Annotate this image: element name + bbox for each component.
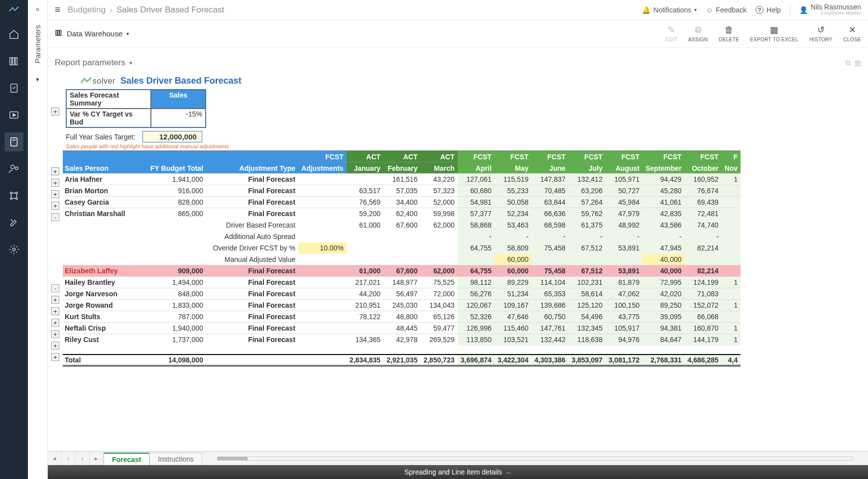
svg-rect-2 xyxy=(15,58,17,65)
nav-users[interactable] xyxy=(4,159,23,178)
tab-nav-first[interactable]: ◂ xyxy=(48,452,62,465)
tab-forecast[interactable]: Forecast xyxy=(104,453,149,465)
target-input[interactable]: 12,000,000 xyxy=(142,131,202,142)
row-toggle[interactable]: + xyxy=(51,202,59,210)
report-params-dropdown[interactable]: Report parameters ▾ ⧉ ▥ xyxy=(48,48,868,73)
breadcrumb: Budgeting › Sales Driver Based Forecast xyxy=(68,5,225,15)
tab-instructions[interactable]: Instructions xyxy=(149,453,202,465)
nav-settings[interactable] xyxy=(4,240,23,259)
row-toggle[interactable]: - xyxy=(51,213,59,221)
chevron-up-icon: ︿ xyxy=(506,469,511,476)
topbar: ≡ Budgeting › Sales Driver Based Forecas… xyxy=(48,0,868,20)
nav-tasks[interactable] xyxy=(4,79,23,98)
svg-rect-18 xyxy=(56,30,57,36)
expand-section[interactable]: + xyxy=(51,108,59,116)
crumb-sep-icon: › xyxy=(110,5,113,15)
close-action[interactable]: ✕CLOSE xyxy=(844,25,861,42)
notifications-menu[interactable]: 🔔 Notifications ▾ xyxy=(642,6,697,14)
svg-rect-0 xyxy=(10,58,12,65)
tab-nav-last[interactable]: ▸ xyxy=(90,452,104,465)
nav-calculator[interactable] xyxy=(4,132,23,151)
edit-action: ✎EDIT xyxy=(665,25,677,42)
svg-point-14 xyxy=(16,192,18,194)
divider xyxy=(790,4,790,15)
tab-nav-next[interactable]: › xyxy=(76,452,90,465)
horizontal-scrollbar[interactable] xyxy=(202,452,868,465)
row-toggle[interactable]: + xyxy=(51,342,59,350)
report-title: Sales Driver Based Forecast xyxy=(121,76,242,86)
crumb-current: Sales Driver Based Forecast xyxy=(117,5,224,15)
svg-point-15 xyxy=(10,198,12,200)
table-row[interactable]: Riley Cust1,737,000Final Forecast134,365… xyxy=(63,334,741,346)
chevron-down-icon: ▾ xyxy=(129,60,132,66)
tab-nav-prev[interactable]: ‹ xyxy=(62,452,76,465)
table-row[interactable]: Neftali Crisp1,940,000Final Forecast48,4… xyxy=(63,323,741,334)
crumb-root[interactable]: Budgeting xyxy=(68,5,106,15)
svg-marker-5 xyxy=(13,114,16,117)
table-row[interactable]: Jorge Rowand1,833,000Final Forecast210,9… xyxy=(63,300,741,311)
table-row[interactable]: Christian Marshall865,000Final Forecast5… xyxy=(63,208,741,220)
report-area: + ++++--++++++ solver Sales Driver Based… xyxy=(48,73,868,451)
table-row[interactable]: Jorge Narveson848,000Final Forecast44,20… xyxy=(63,288,741,300)
filter-icon[interactable]: ▾ xyxy=(36,76,39,83)
svg-rect-19 xyxy=(58,30,59,36)
row-toggle[interactable]: + xyxy=(51,330,59,338)
svg-point-16 xyxy=(16,198,18,200)
footer-expander[interactable]: Spreading and Line item details ︿ xyxy=(48,465,868,479)
assign-action[interactable]: ♲ASSIGN xyxy=(688,25,708,42)
sheet-tabs: ◂ ‹ › ▸ Forecast Instructions xyxy=(48,451,868,465)
row-toggle[interactable]: + xyxy=(51,167,59,175)
nav-flow[interactable] xyxy=(4,186,23,205)
expand-params-icon[interactable]: » xyxy=(36,5,40,13)
nav-tools[interactable] xyxy=(4,213,23,232)
help-icon: ? xyxy=(755,6,763,14)
history-icon: ↺ xyxy=(817,25,825,35)
nav-play[interactable] xyxy=(4,106,23,124)
nav-library[interactable] xyxy=(4,52,23,71)
close-icon: ✕ xyxy=(849,25,856,35)
row-toggle[interactable]: + xyxy=(51,190,59,198)
table-row[interactable]: Brian Morton916,000Final Forecast63,5175… xyxy=(63,185,741,197)
bell-icon: 🔔 xyxy=(642,6,650,14)
row-toggle[interactable]: + xyxy=(51,179,59,187)
table-row[interactable]: Aria Hafner1,941,000Final Forecast161,51… xyxy=(63,174,741,185)
forecast-grid[interactable]: Sales Person FY Budget Total Adjustment … xyxy=(63,150,741,366)
solver-logo: solver xyxy=(81,77,116,86)
svg-rect-20 xyxy=(60,30,61,36)
table-row[interactable]: Casey Garcia828,000Final Forecast76,5693… xyxy=(63,197,741,208)
delete-action[interactable]: 🗑DELETE xyxy=(719,25,740,42)
history-action[interactable]: ↺HISTORY xyxy=(809,25,832,42)
row-toggle[interactable]: - xyxy=(51,284,59,292)
table-row[interactable]: Kurt Stults787,000Final Forecast78,12248… xyxy=(63,311,741,323)
table-row[interactable]: Elizabeth Laffey909,000Final Forecast61,… xyxy=(63,265,741,277)
main: ≡ Budgeting › Sales Driver Based Forecas… xyxy=(48,0,868,479)
export-excel-action[interactable]: ▦EXPORT TO EXCEL xyxy=(750,25,798,42)
app-logo xyxy=(6,4,22,15)
row-toggle-gutter: + ++++--++++++ xyxy=(48,73,63,451)
action-bar: Data Warehouse ▾ ✎EDIT ♲ASSIGN 🗑DELETE ▦… xyxy=(48,20,868,48)
datasource-dropdown[interactable]: Data Warehouse ▾ xyxy=(55,29,129,38)
pencil-icon: ✎ xyxy=(667,25,675,35)
row-toggle[interactable]: + xyxy=(51,353,59,361)
table-row[interactable]: Additional Auto Spread------- xyxy=(63,231,741,242)
table-row[interactable]: Hailey Brantley1,494,000Final Forecast21… xyxy=(63,277,741,288)
hamburger-icon[interactable]: ≡ xyxy=(55,4,61,15)
user-menu[interactable]: 👤 Nils Rasmussen CorpDemo Master xyxy=(799,3,861,16)
chevron-down-icon: ▾ xyxy=(126,31,129,36)
row-toggle[interactable]: + xyxy=(51,296,59,304)
svg-point-12 xyxy=(15,167,18,170)
help-link[interactable]: ? Help xyxy=(755,6,781,14)
svg-point-13 xyxy=(10,192,12,194)
table-row[interactable]: Manual Adjusted Value60,00040,000 xyxy=(63,254,741,265)
table-row[interactable]: Overide Driver FCST by %10.00%64,75558,8… xyxy=(63,242,741,254)
row-toggle[interactable]: + xyxy=(51,307,59,315)
grid-icon[interactable]: ▥ xyxy=(855,59,861,67)
row-toggle[interactable]: + xyxy=(51,319,59,327)
nav-rail xyxy=(0,0,28,479)
feedback-link[interactable]: ☺ Feedback xyxy=(706,6,746,14)
smile-icon: ☺ xyxy=(706,6,713,14)
nav-home[interactable] xyxy=(4,25,23,44)
table-row[interactable]: Driver Based Forecast61,00067,60062,0005… xyxy=(63,220,741,231)
chevron-down-icon: ▾ xyxy=(694,7,697,12)
popout-icon[interactable]: ⧉ xyxy=(846,59,851,67)
